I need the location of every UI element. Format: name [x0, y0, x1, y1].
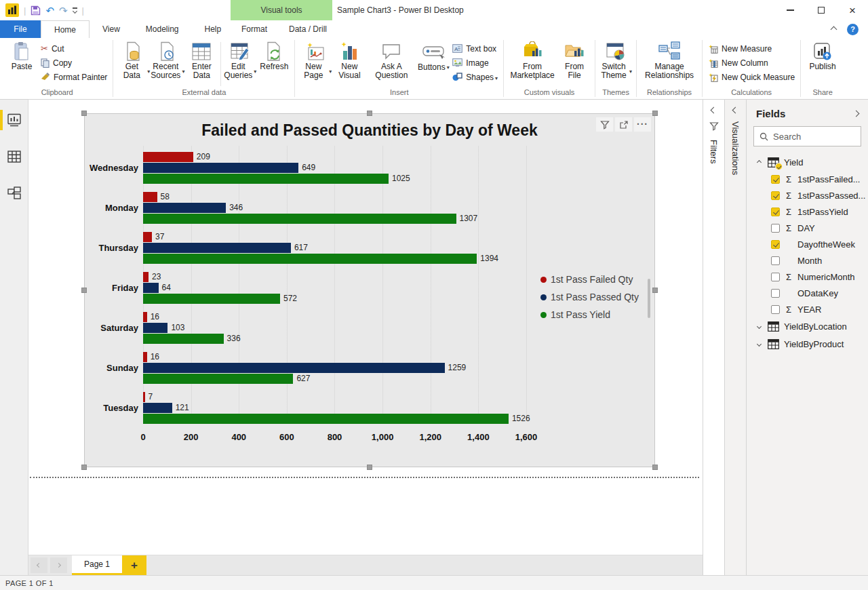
tab-view[interactable]: View [90, 20, 133, 38]
switch-theme-button[interactable]: Switch Theme [599, 41, 633, 81]
bar-1st-pass-yield[interactable] [143, 374, 293, 384]
copy-button[interactable]: Copy [39, 56, 109, 70]
legend-item[interactable]: 1st Pass Yield [540, 309, 639, 320]
table-row-yieldbylocation[interactable]: YieldByLocation [747, 317, 868, 335]
recent-sources-button[interactable]: Recent Sources [151, 41, 184, 81]
bar-chart-visual[interactable]: ··· Failed and Passed Quantities by Day … [85, 114, 654, 467]
customize-toolbar-icon[interactable] [73, 7, 77, 13]
field-row-1stpasspassed-[interactable]: Σ1stPassPassed... [747, 187, 868, 203]
field-checkbox[interactable] [771, 273, 780, 281]
get-data-button[interactable]: Get Data [117, 41, 151, 81]
expand-chevron-cell[interactable] [755, 161, 763, 164]
bar-1st-pass-yield[interactable] [143, 294, 280, 304]
bar-1st-pass-failed-qty[interactable] [143, 352, 147, 362]
publish-button[interactable]: Publish [806, 41, 840, 72]
bar-1st-pass-passed-qty[interactable] [143, 163, 298, 173]
enter-data-button[interactable]: Enter Data [184, 41, 218, 81]
paste-button[interactable]: Paste [5, 41, 39, 72]
new-measure-button[interactable]: New Measure [706, 41, 797, 56]
expand-chevron-cell[interactable] [755, 325, 763, 328]
field-checkbox[interactable] [771, 305, 780, 314]
format-painter-button[interactable]: Format Painter [39, 70, 109, 84]
tab-file[interactable]: File [0, 20, 41, 38]
tab-help[interactable]: Help [192, 20, 235, 38]
bar-1st-pass-failed-qty[interactable] [143, 312, 147, 322]
sidebar-item-model-view[interactable] [0, 180, 28, 207]
bar-1st-pass-passed-qty[interactable] [143, 323, 167, 333]
resize-handle-middle-right[interactable] [652, 288, 658, 293]
redo-icon[interactable]: ↷ [59, 5, 68, 16]
page-tab[interactable]: Page 1 [72, 555, 122, 575]
resize-handle-bottom-left[interactable] [81, 465, 87, 470]
collapse-ribbon-icon[interactable] [831, 26, 837, 33]
bar-1st-pass-yield[interactable] [143, 214, 456, 224]
resize-handle-bottom-right[interactable] [652, 465, 658, 470]
tab-modeling[interactable]: Modeling [133, 20, 192, 38]
from-marketplace-button[interactable]: From Marketplace [507, 41, 557, 81]
legend-item[interactable]: 1st Pass Passed Qty [540, 292, 639, 302]
expand-chevron-cell[interactable] [755, 342, 763, 346]
minimize-button[interactable] [774, 0, 806, 20]
close-button[interactable]: × [837, 0, 868, 20]
filters-pane-collapsed[interactable]: Filters [703, 100, 724, 575]
fields-search-input[interactable]: Search [753, 126, 861, 146]
field-row-day[interactable]: ΣDAY [747, 220, 868, 236]
sidebar-item-report-view[interactable] [0, 106, 28, 134]
field-checkbox[interactable] [771, 191, 780, 200]
resize-handle-bottom-center[interactable] [367, 465, 372, 470]
field-row-numericmonth[interactable]: ΣNumericMonth [747, 269, 868, 285]
report-page[interactable]: ··· Failed and Passed Quantities by Day … [28, 100, 703, 555]
bar-1st-pass-yield[interactable] [143, 414, 509, 424]
more-options-icon[interactable]: ··· [634, 117, 651, 132]
ask-a-question-button[interactable]: Ask A Question [366, 41, 416, 81]
field-checkbox[interactable] [771, 240, 780, 249]
bar-1st-pass-yield[interactable] [143, 334, 224, 344]
tab-home[interactable]: Home [41, 20, 90, 38]
field-checkbox[interactable] [771, 175, 780, 184]
field-row-month[interactable]: Month [747, 252, 868, 269]
legend-item[interactable]: 1st Pass Failed Qty [540, 274, 639, 285]
manage-relationships-button[interactable]: Manage Relationships [644, 41, 694, 81]
resize-handle-top-center[interactable] [367, 111, 372, 116]
bar-1st-pass-passed-qty[interactable] [143, 403, 172, 413]
visualizations-pane-collapsed[interactable]: Visualizations [724, 100, 746, 575]
resize-handle-top-right[interactable] [652, 111, 658, 116]
undo-icon[interactable]: ↶ [45, 5, 54, 16]
focus-mode-icon[interactable] [615, 117, 632, 132]
field-row-odatakey[interactable]: ODataKey [747, 285, 868, 301]
new-column-button[interactable]: New Column [706, 56, 797, 70]
bar-1st-pass-failed-qty[interactable] [143, 152, 193, 162]
bar-1st-pass-failed-qty[interactable] [143, 192, 157, 202]
field-checkbox[interactable] [771, 256, 780, 265]
bar-1st-pass-failed-qty[interactable] [143, 232, 152, 242]
visual-filter-icon[interactable] [596, 117, 613, 132]
tab-data-drill[interactable]: Data / Drill [278, 20, 338, 38]
table-row-yield[interactable]: Yield [747, 153, 868, 171]
new-page-tab-button[interactable]: + [122, 555, 146, 575]
resize-handle-top-left[interactable] [81, 111, 87, 116]
sidebar-item-data-view[interactable] [0, 143, 28, 170]
field-row-dayoftheweek[interactable]: DayoftheWeek [747, 236, 868, 252]
collapse-fields-icon[interactable] [853, 111, 860, 117]
next-page-arrow[interactable] [50, 557, 67, 573]
bar-1st-pass-passed-qty[interactable] [143, 203, 226, 213]
previous-page-arrow[interactable] [31, 557, 47, 573]
refresh-button[interactable]: Refresh [257, 41, 291, 72]
edit-queries-button[interactable]: Edit Queries [223, 41, 257, 81]
image-button[interactable]: Image [450, 56, 500, 70]
from-file-button[interactable]: From File [557, 41, 591, 81]
expand-table-icon[interactable] [756, 323, 761, 328]
report-canvas[interactable]: ··· Failed and Passed Quantities by Day … [28, 100, 703, 575]
tab-format[interactable]: Format [231, 20, 278, 38]
buttons-button[interactable]: Buttons [416, 41, 450, 73]
shapes-button[interactable]: Shapes [450, 70, 500, 84]
help-icon[interactable]: ? [847, 24, 859, 35]
collapse-table-icon[interactable] [756, 159, 761, 164]
bar-1st-pass-passed-qty[interactable] [143, 243, 291, 253]
new-quick-measure-button[interactable]: New Quick Measure [706, 70, 797, 84]
bar-1st-pass-failed-qty[interactable] [143, 272, 149, 282]
resize-handle-middle-left[interactable] [81, 288, 87, 293]
field-checkbox[interactable] [771, 224, 780, 233]
save-icon[interactable] [31, 5, 41, 16]
bar-1st-pass-failed-qty[interactable] [143, 392, 145, 402]
